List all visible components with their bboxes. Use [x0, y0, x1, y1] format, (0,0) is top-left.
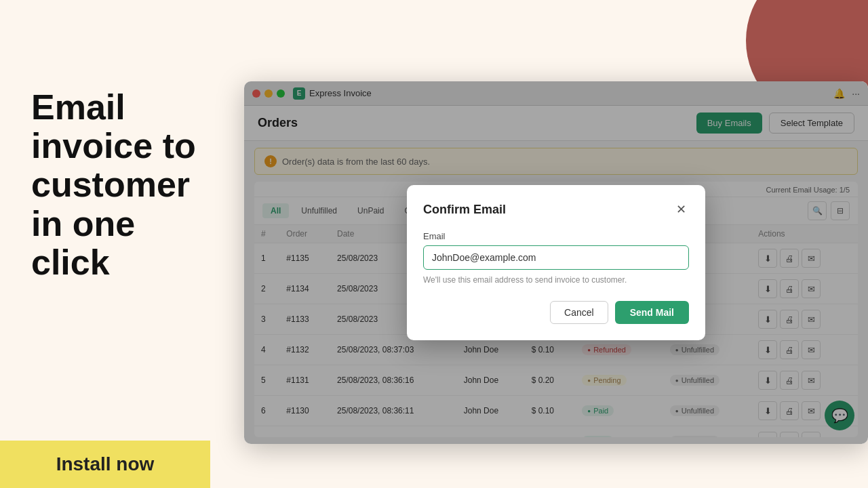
confirm-email-modal: Confirm Email ✕ Email We'll use this ema… — [407, 185, 705, 340]
modal-title: Confirm Email — [423, 203, 506, 217]
hero-title: Email invoice to customer in one click — [31, 88, 214, 282]
email-input[interactable] — [423, 245, 689, 270]
left-panel: Email invoice to customer in one click — [0, 0, 241, 488]
modal-email-label: Email — [423, 231, 689, 241]
modal-hint: We'll use this email address to send inv… — [423, 275, 689, 285]
modal-actions: Cancel Send Mail — [423, 301, 689, 324]
cancel-button[interactable]: Cancel — [550, 301, 608, 324]
modal-overlay: Confirm Email ✕ Email We'll use this ema… — [244, 81, 868, 444]
modal-close-button[interactable]: ✕ — [673, 201, 689, 218]
install-now-button[interactable]: Install now — [0, 441, 210, 488]
app-window: E Express Invoice 🔔 ··· Orders Buy Email… — [244, 81, 868, 444]
send-mail-button[interactable]: Send Mail — [615, 301, 689, 324]
modal-header: Confirm Email ✕ — [423, 201, 689, 218]
install-now-label: Install now — [56, 453, 155, 475]
